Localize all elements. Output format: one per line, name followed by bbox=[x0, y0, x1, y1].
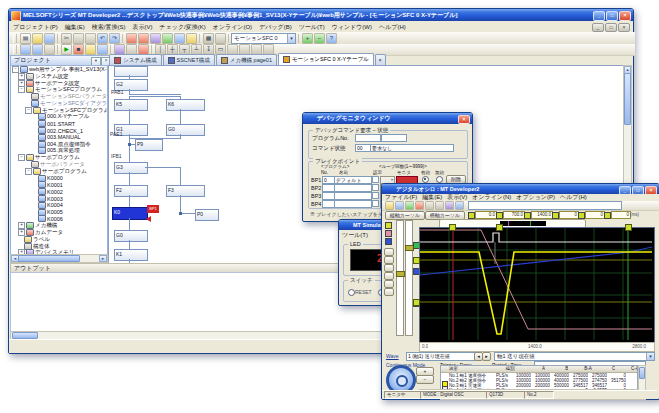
run-icon[interactable]: ▶ bbox=[61, 44, 72, 55]
mdi-minimize-button[interactable]: _ bbox=[592, 23, 604, 32]
menu-debug[interactable]: デバッグ(B) bbox=[259, 23, 292, 32]
cut-icon[interactable]: ✂ bbox=[61, 33, 72, 44]
bp3-name-field[interactable] bbox=[334, 192, 372, 200]
osc-maximize-button[interactable]: □ bbox=[632, 186, 644, 194]
convert-icon[interactable] bbox=[174, 33, 185, 44]
menu-online[interactable]: オンライン(O) bbox=[213, 23, 252, 32]
step-icon[interactable] bbox=[85, 44, 96, 55]
tree-item-label[interactable]: ラベル bbox=[11, 236, 107, 243]
dialog-close-button[interactable]: × bbox=[458, 115, 470, 124]
sfc-step-g3[interactable]: G3 bbox=[114, 162, 148, 174]
maximize-button[interactable]: □ bbox=[606, 11, 618, 21]
wave3-color-chip[interactable] bbox=[385, 230, 392, 237]
minimize-button[interactable]: _ bbox=[593, 11, 605, 21]
osc-zoom-in-icon[interactable] bbox=[425, 201, 434, 210]
osc-vslider-2[interactable] bbox=[405, 220, 413, 336]
osc-vslider-1[interactable] bbox=[396, 220, 404, 336]
tree-item-cam-data[interactable]: +カムデータ bbox=[11, 229, 107, 236]
tree-hscrollbar[interactable]: ◄ ► bbox=[10, 254, 108, 263]
bp2-name-field[interactable] bbox=[334, 184, 372, 192]
open-project-icon[interactable] bbox=[32, 33, 43, 44]
tree-item-sfc-000[interactable]: 000.X-Yテーブル bbox=[11, 114, 107, 121]
tree-item-k0003[interactable]: K0003 bbox=[11, 195, 107, 202]
osc-zoom-out-icon[interactable] bbox=[435, 201, 444, 210]
wave4-color-chip[interactable] bbox=[385, 238, 392, 245]
sfc-step-start[interactable] bbox=[114, 66, 148, 77]
sfc-step-g0-right[interactable]: G0 bbox=[166, 124, 205, 136]
top-cursor-handle-red[interactable] bbox=[449, 224, 456, 231]
zoom-out-icon[interactable]: − bbox=[314, 33, 325, 44]
sfc-jump-p9[interactable]: P9 bbox=[135, 139, 163, 151]
bp4-name-field[interactable] bbox=[334, 200, 372, 208]
osc-start-icon[interactable] bbox=[405, 201, 414, 210]
undo-icon[interactable]: ↶ bbox=[97, 33, 108, 44]
simulator-icon[interactable] bbox=[20, 44, 31, 55]
mdi-close-button[interactable]: × bbox=[618, 23, 630, 32]
breakpoint-icon[interactable] bbox=[97, 44, 108, 55]
tab-sscnet-config[interactable]: SSCNET構成 bbox=[163, 54, 215, 65]
tree-item-servo-programs[interactable]: −サーボプログラム bbox=[11, 168, 107, 175]
bp4-checkbox[interactable] bbox=[372, 200, 379, 207]
osc-cursor-icon[interactable] bbox=[455, 201, 464, 210]
scroll-thumb[interactable] bbox=[12, 332, 38, 339]
menu-edit[interactable]: 編集(E) bbox=[65, 23, 85, 32]
osc-file-path-field[interactable] bbox=[468, 201, 622, 210]
tree-item-k0002[interactable]: K0002 bbox=[11, 188, 107, 195]
tree-item-k0005[interactable]: K0005 bbox=[11, 209, 107, 216]
slider-handle[interactable] bbox=[396, 271, 405, 277]
top-cursor-handle-green[interactable] bbox=[625, 224, 632, 231]
sfc-step-g0[interactable]: G0 bbox=[114, 230, 148, 242]
redo-icon[interactable]: ↷ bbox=[109, 33, 120, 44]
tab-system-config[interactable]: システム構成 bbox=[109, 54, 162, 65]
osc-mini-button-4[interactable] bbox=[384, 272, 394, 280]
menu-check[interactable]: チェック/変換(K) bbox=[160, 23, 206, 32]
osc-mini-button-1[interactable] bbox=[384, 248, 394, 256]
side-cursor-handle-1[interactable] bbox=[413, 257, 420, 264]
project-write-icon[interactable] bbox=[138, 33, 149, 44]
device-test-icon[interactable] bbox=[44, 44, 55, 55]
menu-window[interactable]: ウィンドウ(W) bbox=[332, 23, 372, 32]
tree-item-sfc-002[interactable]: 002.CHECK_1 bbox=[11, 127, 107, 134]
osc-stop-icon[interactable] bbox=[415, 201, 424, 210]
tab-mechanism[interactable]: メカ機構 page01 bbox=[216, 54, 277, 65]
menu-help[interactable]: ヘルプ(H) bbox=[379, 23, 406, 32]
osc-mini-button-3[interactable] bbox=[384, 264, 394, 272]
bp2-checkbox[interactable] bbox=[372, 184, 379, 191]
v-cursor-button[interactable]: 縦軸カーソル bbox=[385, 211, 425, 220]
dialog-titlebar[interactable]: デバッグモニタウィンドウ × bbox=[303, 113, 472, 124]
tree-item-sfc-001[interactable]: 001.START bbox=[11, 120, 107, 127]
tree-item-k0001[interactable]: K0001 bbox=[11, 182, 107, 189]
simulator-menu-tools[interactable]: ツール(T) bbox=[342, 231, 368, 240]
osc-overview-window[interactable] bbox=[500, 221, 546, 226]
bp1-name-field[interactable]: デフォルト bbox=[334, 176, 372, 184]
bp1-enable-radio[interactable] bbox=[422, 176, 429, 183]
new-project-icon[interactable]: ▤ bbox=[20, 33, 31, 44]
osc-plot[interactable] bbox=[419, 227, 655, 343]
transfer-icon[interactable] bbox=[32, 44, 43, 55]
check-program-icon[interactable] bbox=[162, 33, 173, 44]
save-project-icon[interactable] bbox=[44, 33, 55, 44]
tree-item-k0000[interactable]: K0000 bbox=[11, 175, 107, 182]
menu-tools[interactable]: ツール(T) bbox=[299, 23, 325, 32]
help-icon[interactable]: ? bbox=[326, 33, 337, 44]
osc-open-icon[interactable] bbox=[385, 201, 394, 210]
zoom-in-icon[interactable]: + bbox=[302, 33, 313, 44]
osc-setting-icon[interactable] bbox=[445, 201, 454, 210]
side-cursor-handle-2[interactable] bbox=[413, 299, 420, 306]
osc-mini-button-2[interactable] bbox=[384, 256, 394, 264]
sfc-step-k0-selected[interactable]: K0 bbox=[112, 207, 148, 220]
sfc-jump-p0[interactable]: P0 bbox=[195, 209, 219, 221]
reset-radio[interactable] bbox=[348, 289, 355, 296]
sfc-step-f2[interactable]: F2 bbox=[114, 185, 148, 197]
program-select-combo[interactable]: モーションSFC 0 bbox=[231, 33, 296, 44]
osc-zoom-y-button[interactable]: − bbox=[416, 375, 434, 384]
tree-item-k0004[interactable]: K0004 bbox=[11, 202, 107, 209]
copy-icon[interactable] bbox=[73, 33, 84, 44]
sfc-step-k6[interactable]: K6 bbox=[166, 99, 205, 111]
sfc-step-k1[interactable]: K1 bbox=[114, 249, 148, 261]
tab-close-icon[interactable]: × bbox=[375, 54, 386, 65]
close-button[interactable]: × bbox=[619, 11, 631, 21]
comment-icon[interactable] bbox=[215, 33, 226, 44]
scroll-thumb[interactable] bbox=[624, 73, 631, 125]
osc-close-button[interactable]: × bbox=[645, 186, 657, 194]
